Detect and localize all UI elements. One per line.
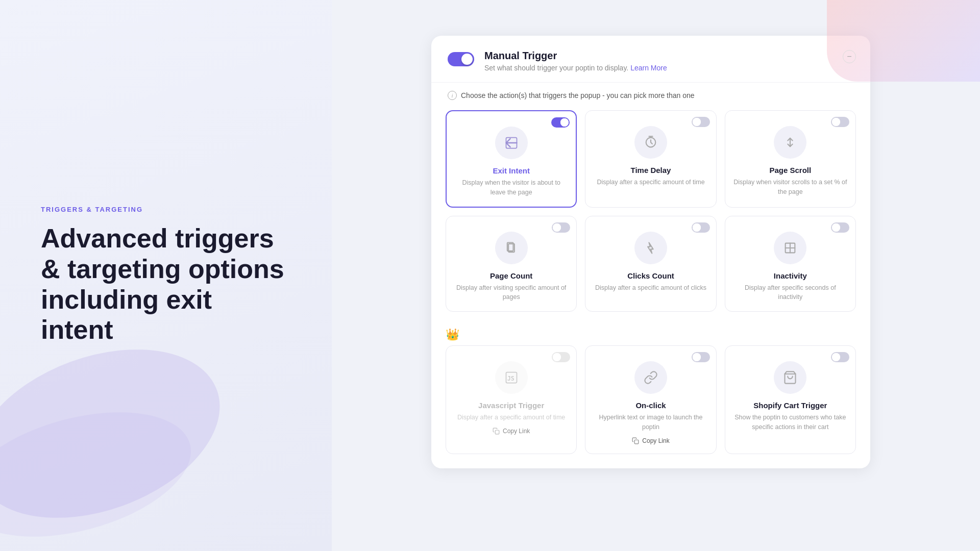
trigger-inactivity[interactable]: Inactivity Display after specific second… <box>725 216 856 312</box>
choose-action-text: Choose the action(s) that triggers the p… <box>461 91 695 99</box>
page-count-desc: Display after visiting specific amount o… <box>454 283 568 303</box>
on-click-copy-icon <box>632 437 639 444</box>
trigger-page-count[interactable]: Page Count Display after visiting specif… <box>446 216 577 312</box>
shopify-title: Shopify Cart Trigger <box>753 401 827 410</box>
page-scroll-title: Page Scroll <box>769 166 811 174</box>
page-scroll-toggle[interactable] <box>831 117 849 127</box>
javascript-icon-circle: JS <box>495 361 528 394</box>
main-toggle[interactable] <box>448 52 474 66</box>
trigger-time-delay[interactable]: Time Delay Display after a specific amou… <box>585 110 716 208</box>
exit-intent-title: Exit Intent <box>493 166 530 175</box>
time-delay-title: Time Delay <box>631 166 671 174</box>
page-count-icon <box>504 241 519 255</box>
copy-icon <box>493 428 500 435</box>
inactivity-icon <box>783 241 797 255</box>
inactivity-toggle[interactable] <box>831 222 849 233</box>
page-count-icon-circle <box>495 232 528 264</box>
bottom-triggers-grid: JS Javascript Trigger Display after a sp… <box>431 341 870 468</box>
trigger-on-click[interactable]: On-click Hyperlink text or image to laun… <box>585 345 716 454</box>
time-delay-toggle[interactable] <box>692 117 710 127</box>
collapse-button[interactable]: − <box>843 50 856 63</box>
javascript-copy-link[interactable]: Copy Link <box>493 428 530 435</box>
exit-intent-icon <box>504 136 519 150</box>
crown-row: 👑 <box>431 326 870 341</box>
main-heading: Advanced triggers & targeting options in… <box>41 223 291 345</box>
clicks-count-toggle[interactable] <box>692 222 710 233</box>
on-click-icon <box>644 370 658 385</box>
inactivity-desc: Display after specific seconds of inacti… <box>733 283 847 303</box>
svg-rect-10 <box>495 430 499 434</box>
exit-intent-desc: Display when the visitor is about to lea… <box>455 178 568 197</box>
clicks-count-icon-circle <box>634 232 667 264</box>
learn-more-link[interactable]: Learn More <box>630 64 667 72</box>
card-title: Manual Trigger <box>484 50 667 62</box>
trigger-clicks-count[interactable]: Clicks Count Display after a specific am… <box>585 216 716 312</box>
section-label: TRIGGERS & TARGETING <box>41 206 291 213</box>
shopify-icon <box>783 370 797 385</box>
inactivity-icon-circle <box>774 232 806 264</box>
svg-rect-11 <box>635 440 639 444</box>
card-header: Manual Trigger Set what should trigger y… <box>431 36 870 83</box>
javascript-desc: Display after a specific amount of time <box>457 413 565 422</box>
on-click-copy-link[interactable]: Copy Link <box>632 437 669 444</box>
header-text: Manual Trigger Set what should trigger y… <box>484 50 667 72</box>
left-panel: TRIGGERS & TARGETING Advanced triggers &… <box>0 0 332 551</box>
javascript-icon: JS <box>504 370 519 385</box>
choose-action-bar: i Choose the action(s) that triggers the… <box>431 83 870 106</box>
card-subtitle: Set what should trigger your poptin to d… <box>484 64 667 72</box>
on-click-toggle[interactable] <box>692 352 710 362</box>
inactivity-title: Inactivity <box>774 271 807 280</box>
javascript-title: Javascript Trigger <box>478 401 544 410</box>
main-card: Manual Trigger Set what should trigger y… <box>431 36 870 468</box>
trigger-javascript[interactable]: JS Javascript Trigger Display after a sp… <box>446 345 577 454</box>
crown-icon: 👑 <box>446 328 459 341</box>
shopify-desc: Show the poptin to customers who take sp… <box>733 413 847 432</box>
info-icon: i <box>448 91 457 100</box>
clicks-count-desc: Display after a specific amount of click… <box>595 283 706 293</box>
heading-line1: Advanced triggers <box>41 223 274 253</box>
clicks-count-icon <box>644 241 658 255</box>
on-click-desc: Hyperlink text or image to launch the po… <box>594 413 707 432</box>
triggers-grid: Exit Intent Display when the visitor is … <box>431 106 870 326</box>
exit-intent-icon-circle <box>495 127 528 159</box>
page-count-title: Page Count <box>490 271 532 280</box>
heading-line3: including exit intent <box>41 285 212 345</box>
shopify-toggle[interactable] <box>831 352 849 362</box>
time-delay-desc: Display after a specific amount of time <box>597 178 704 187</box>
trigger-exit-intent[interactable]: Exit Intent Display when the visitor is … <box>446 110 577 208</box>
on-click-title: On-click <box>635 401 666 410</box>
exit-intent-toggle[interactable] <box>551 117 570 128</box>
clicks-count-title: Clicks Count <box>627 271 674 280</box>
shopify-icon-circle <box>774 361 806 394</box>
heading-line2: & targeting options <box>41 254 284 284</box>
on-click-icon-circle <box>634 361 667 394</box>
page-scroll-desc: Display when visitor scrolls to a set % … <box>733 178 847 197</box>
page-scroll-icon <box>783 135 797 149</box>
javascript-toggle[interactable] <box>552 352 570 362</box>
trigger-page-scroll[interactable]: Page Scroll Display when visitor scrolls… <box>725 110 856 208</box>
time-delay-icon-circle <box>634 126 667 159</box>
right-panel: Manual Trigger Set what should trigger y… <box>332 0 980 551</box>
svg-text:JS: JS <box>507 375 514 382</box>
page-count-toggle[interactable] <box>552 222 570 233</box>
trigger-shopify-cart[interactable]: Shopify Cart Trigger Show the poptin to … <box>725 345 856 454</box>
page-scroll-icon-circle <box>774 126 806 159</box>
time-delay-icon <box>644 135 658 149</box>
